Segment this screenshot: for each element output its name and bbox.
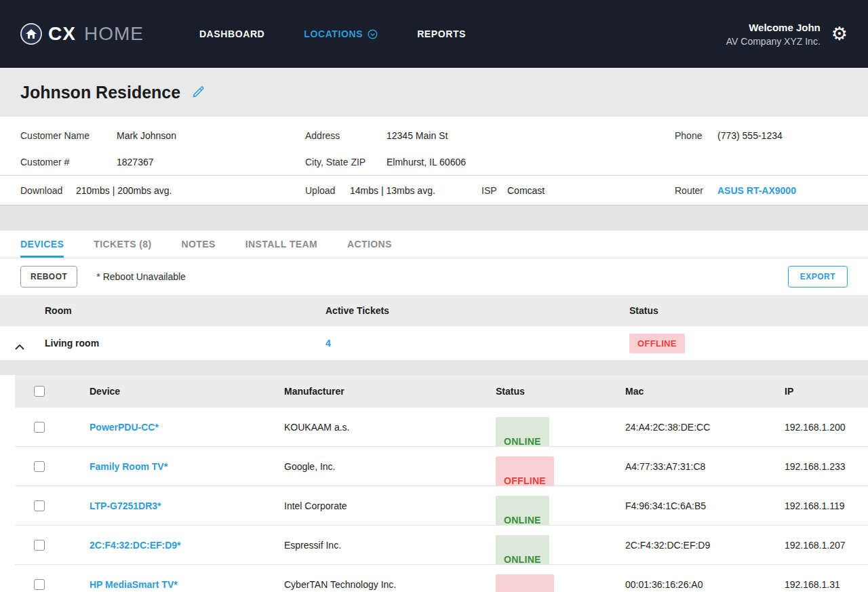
- address-label: Address: [305, 130, 340, 141]
- ip-cell: 192.168.1.200: [785, 408, 846, 447]
- page-title: Johnson Residence: [20, 83, 180, 102]
- manufacturer-cell: Intel Corporate: [284, 486, 347, 526]
- table-row: Family Room TV* Google, Inc. OFFLINE A4:…: [15, 447, 868, 486]
- tab-notes[interactable]: NOTES: [182, 231, 216, 258]
- ip-cell: 192.168.1.31: [785, 565, 840, 592]
- device-link[interactable]: PowerPDU-CC*: [90, 408, 159, 447]
- manufacturer-cell: Espressif Inc.: [284, 526, 341, 565]
- nav-locations-label: LOCATIONS: [304, 28, 363, 39]
- column-device: Device: [90, 375, 120, 408]
- column-status: Status: [496, 375, 525, 408]
- tab-install-team[interactable]: INSTALL TEAM: [245, 231, 317, 258]
- row-checkbox[interactable]: [34, 540, 45, 551]
- phone-value: (773) 555-1234: [717, 130, 783, 141]
- nav-reports[interactable]: REPORTS: [417, 28, 466, 39]
- table-row: HP MediaSmart TV* CyberTAN Technology In…: [15, 565, 868, 592]
- reboot-button[interactable]: REBOOT: [20, 266, 77, 288]
- customer-name-label: Customer Name: [20, 130, 90, 141]
- status-badge: OFFLINE: [629, 334, 685, 353]
- user-info: Welcome John AV Company XYZ Inc.: [726, 22, 821, 47]
- select-all-checkbox[interactable]: [34, 386, 45, 397]
- logo-text-cx: CX: [48, 23, 76, 45]
- home-icon: [20, 23, 42, 45]
- device-link[interactable]: Family Room TV*: [90, 447, 167, 486]
- export-button[interactable]: EXPORT: [788, 266, 848, 288]
- device-link[interactable]: 2C:F4:32:DC:EF:D9*: [90, 526, 181, 565]
- device-link[interactable]: LTP-G7251DR3*: [90, 486, 161, 526]
- devices-toolbar: REBOOT * Reboot Unavailable EXPORT: [0, 258, 868, 295]
- devices-table-header: Device Manufacturer Status Mac IP: [15, 375, 868, 408]
- rooms-table-header: Room Active Tickets Status: [0, 295, 868, 326]
- router-link[interactable]: ASUS RT-AX9000: [717, 185, 796, 196]
- row-checkbox[interactable]: [34, 422, 45, 433]
- company-name: AV Company XYZ Inc.: [726, 36, 821, 47]
- top-bar: CX HOME DASHBOARD LOCATIONS REPORTS Welc…: [0, 0, 868, 68]
- logo-text-home: HOME: [84, 23, 144, 45]
- tabs-bar: DEVICES TICKETS (8) NOTES INSTALL TEAM A…: [0, 231, 868, 258]
- nav-dashboard-label: DASHBOARD: [199, 28, 264, 39]
- isp-value: Comcast: [507, 185, 545, 196]
- nav-dashboard[interactable]: DASHBOARD: [199, 28, 264, 39]
- mac-cell: 2C:F4:32:DC:EF:D9: [625, 526, 710, 565]
- mac-cell: A4:77:33:A7:31:C8: [625, 447, 705, 486]
- table-row: 2C:F4:32:DC:EF:D9* Espressif Inc. ONLINE…: [15, 526, 868, 565]
- column-room: Room: [45, 295, 72, 326]
- column-ip: IP: [785, 375, 793, 408]
- tab-devices[interactable]: DEVICES: [20, 231, 64, 258]
- city-label: City, State ZIP: [305, 157, 366, 167]
- connection-stats-row: Download 210mbs | 200mbs avg. Upload 14m…: [0, 176, 868, 205]
- customer-name-value: Mark Johnson: [117, 130, 176, 141]
- status-badge: OFFLINE: [496, 574, 554, 592]
- address-value: 12345 Main St: [387, 130, 448, 141]
- customer-row-2: Customer # 1827367 City, State ZIP Elmhu…: [0, 149, 868, 175]
- column-room-status: Status: [629, 295, 658, 326]
- edit-title-icon[interactable]: [191, 86, 204, 99]
- manufacturer-cell: CyberTAN Technology Inc.: [284, 565, 396, 592]
- customer-number-label: Customer #: [20, 157, 69, 167]
- column-mac: Mac: [625, 375, 644, 408]
- reboot-note: * Reboot Unavailable: [96, 271, 186, 282]
- column-manufacturer: Manufacturer: [284, 375, 344, 408]
- table-row: PowerPDU-CC* KOUKAAM a.s. ONLINE 24:A4:2…: [15, 408, 868, 447]
- ip-cell: 192.168.1.207: [785, 526, 846, 565]
- row-checkbox[interactable]: [34, 579, 45, 590]
- manufacturer-cell: Google, Inc.: [284, 447, 336, 486]
- tab-actions[interactable]: ACTIONS: [347, 231, 392, 258]
- download-value: 210mbs | 200mbs avg.: [76, 185, 172, 196]
- nav-locations[interactable]: LOCATIONS: [304, 28, 378, 39]
- phone-label: Phone: [675, 130, 702, 141]
- topbar-right: Welcome John AV Company XYZ Inc. ⚙: [726, 22, 848, 47]
- mac-cell: 00:01:36:16:26:A0: [625, 565, 703, 592]
- customer-number-value: 1827367: [117, 157, 154, 167]
- ip-cell: 192.168.1.233: [785, 447, 846, 486]
- mac-cell: F4:96:34:1C:6A:B5: [625, 486, 706, 526]
- upload-value: 14mbs | 13mbs avg.: [350, 185, 435, 196]
- table-gap: [0, 360, 868, 375]
- customer-row-1: Customer Name Mark Johnson Address 12345…: [0, 122, 868, 149]
- tab-tickets[interactable]: TICKETS (8): [94, 231, 151, 258]
- room-row: Living room 4 OFFLINE: [0, 326, 868, 360]
- upload-label: Upload: [305, 185, 335, 196]
- ip-cell: 192.168.1.119: [785, 486, 845, 526]
- collapse-chevron-icon[interactable]: [15, 340, 24, 353]
- devices-table: Device Manufacturer Status Mac IP PowerP…: [15, 375, 868, 592]
- row-checkbox[interactable]: [34, 500, 45, 511]
- router-label: Router: [675, 185, 703, 196]
- city-value: Elmhurst, IL 60606: [387, 157, 466, 167]
- mac-cell: 24:A4:2C:38:DE:CC: [625, 408, 710, 447]
- row-checkbox[interactable]: [34, 461, 45, 472]
- active-tickets-link[interactable]: 4: [326, 326, 331, 360]
- nav-reports-label: REPORTS: [417, 28, 466, 39]
- download-label: Download: [20, 185, 62, 196]
- section-gap: [0, 205, 868, 231]
- manufacturer-cell: KOUKAAM a.s.: [284, 408, 349, 447]
- isp-label: ISP: [481, 185, 497, 196]
- gear-icon[interactable]: ⚙: [831, 25, 848, 43]
- table-row: LTP-G7251DR3* Intel Corporate ONLINE F4:…: [15, 486, 868, 526]
- page-title-bar: Johnson Residence: [0, 68, 868, 117]
- chevron-down-circle-icon: [368, 29, 378, 39]
- main-nav: DASHBOARD LOCATIONS REPORTS: [199, 28, 466, 39]
- app-logo[interactable]: CX HOME: [20, 23, 144, 45]
- device-link[interactable]: HP MediaSmart TV*: [90, 565, 178, 592]
- room-name: Living room: [45, 326, 99, 360]
